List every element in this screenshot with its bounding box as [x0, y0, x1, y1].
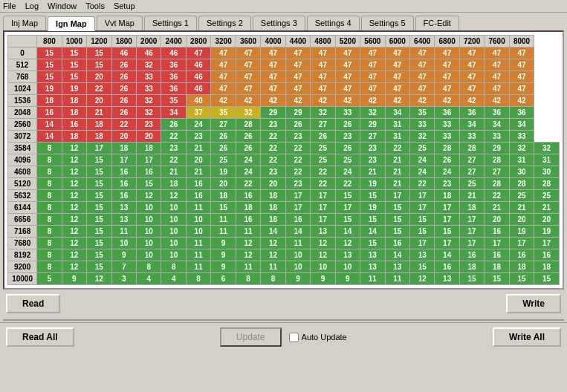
table-cell[interactable]: 32 — [360, 107, 385, 119]
tab-settings4[interactable]: Settings 4 — [307, 16, 360, 30]
table-cell[interactable]: 7 — [111, 261, 136, 273]
table-cell[interactable]: 13 — [335, 249, 360, 261]
table-cell[interactable]: 18 — [111, 143, 136, 154]
table-cell[interactable]: 22 — [111, 119, 136, 131]
table-cell[interactable]: 21 — [385, 154, 409, 166]
table-cell[interactable]: 47 — [485, 83, 509, 95]
table-cell[interactable]: 17 — [285, 190, 310, 202]
table-cell[interactable]: 42 — [485, 95, 509, 107]
table-cell[interactable]: 33 — [435, 131, 459, 143]
table-cell[interactable]: 26 — [311, 131, 335, 143]
table-cell[interactable]: 22 — [161, 131, 186, 143]
table-cell[interactable]: 42 — [335, 95, 360, 107]
table-cell[interactable]: 47 — [385, 71, 409, 83]
table-cell[interactable]: 12 — [261, 249, 285, 261]
table-cell[interactable]: 22 — [311, 178, 335, 190]
table-cell[interactable]: 15 — [385, 202, 409, 214]
table-cell[interactable]: 21 — [385, 166, 409, 178]
table-cell[interactable]: 12 — [87, 273, 111, 285]
table-cell[interactable]: 36 — [509, 107, 534, 119]
table-cell[interactable]: 18 — [62, 131, 86, 143]
table-cell[interactable]: 32 — [311, 107, 335, 119]
table-cell[interactable]: 10 — [137, 238, 161, 249]
table-cell[interactable]: 18 — [37, 95, 62, 107]
table-cell[interactable]: 42 — [410, 95, 435, 107]
table-cell[interactable]: 23 — [186, 131, 210, 143]
table-cell[interactable]: 18 — [87, 131, 111, 143]
table-cell[interactable]: 9 — [285, 273, 310, 285]
write-button[interactable]: Write — [506, 294, 561, 313]
table-cell[interactable]: 18 — [62, 95, 86, 107]
table-cell[interactable]: 47 — [410, 71, 435, 83]
table-cell[interactable]: 47 — [261, 59, 285, 71]
table-cell[interactable]: 26 — [111, 59, 136, 71]
table-cell[interactable]: 42 — [459, 95, 484, 107]
table-cell[interactable]: 9 — [211, 249, 236, 261]
table-cell[interactable]: 8 — [37, 154, 62, 166]
table-cell[interactable]: 47 — [459, 83, 484, 95]
table-cell[interactable]: 24 — [335, 166, 360, 178]
table-cell[interactable]: 47 — [236, 59, 260, 71]
table-cell[interactable]: 15 — [87, 226, 111, 238]
table-cell[interactable]: 15 — [459, 273, 484, 285]
table-cell[interactable]: 17 — [534, 238, 560, 249]
table-cell[interactable]: 12 — [62, 166, 86, 178]
table-cell[interactable]: 31 — [385, 119, 409, 131]
table-cell[interactable]: 47 — [211, 71, 236, 83]
table-cell[interactable]: 14 — [385, 249, 409, 261]
table-cell[interactable]: 17 — [509, 238, 534, 249]
table-cell[interactable]: 46 — [186, 83, 210, 95]
table-cell[interactable]: 16 — [385, 238, 409, 249]
table-cell[interactable]: 25 — [509, 190, 534, 202]
table-cell[interactable]: 15 — [385, 214, 409, 226]
table-cell[interactable]: 18 — [137, 143, 161, 154]
table-cell[interactable]: 15 — [410, 226, 435, 238]
table-cell[interactable]: 5 — [37, 273, 62, 285]
table-cell[interactable]: 46 — [186, 71, 210, 83]
table-cell[interactable]: 22 — [285, 154, 310, 166]
table-cell[interactable]: 47 — [335, 48, 360, 59]
table-cell[interactable]: 10 — [137, 249, 161, 261]
table-cell[interactable]: 12 — [410, 273, 435, 285]
table-cell[interactable]: 23 — [285, 178, 310, 190]
table-cell[interactable]: 27 — [459, 154, 484, 166]
table-cell[interactable]: 15 — [87, 202, 111, 214]
table-cell[interactable]: 12 — [62, 249, 86, 261]
table-cell[interactable]: 26 — [335, 119, 360, 131]
table-cell[interactable]: 46 — [186, 59, 210, 71]
table-cell[interactable]: 20 — [485, 214, 509, 226]
table-cell[interactable]: 28 — [534, 178, 560, 190]
table-cell[interactable]: 47 — [335, 71, 360, 83]
table-cell[interactable]: 16 — [111, 178, 136, 190]
table-cell[interactable]: 10 — [186, 226, 210, 238]
table-cell[interactable]: 18 — [459, 202, 484, 214]
table-cell[interactable]: 12 — [62, 226, 86, 238]
table-cell[interactable]: 47 — [261, 48, 285, 59]
table-cell[interactable]: 11 — [186, 249, 210, 261]
table-cell[interactable]: 19 — [211, 166, 236, 178]
table-cell[interactable]: 24 — [236, 166, 260, 178]
table-cell[interactable]: 27 — [360, 131, 385, 143]
table-cell[interactable]: 3 — [111, 273, 136, 285]
table-cell[interactable]: 21 — [186, 166, 210, 178]
table-cell[interactable]: 12 — [311, 249, 335, 261]
table-cell[interactable]: 10 — [161, 214, 186, 226]
table-cell[interactable]: 47 — [509, 71, 534, 83]
table-cell[interactable]: 28 — [435, 143, 459, 154]
table-cell[interactable]: 15 — [435, 226, 459, 238]
table-cell[interactable]: 47 — [236, 71, 260, 83]
table-cell[interactable]: 26 — [211, 131, 236, 143]
table-cell[interactable]: 18 — [62, 107, 86, 119]
table-cell[interactable]: 15 — [335, 214, 360, 226]
table-cell[interactable]: 8 — [186, 273, 210, 285]
table-cell[interactable]: 17 — [111, 154, 136, 166]
table-cell[interactable]: 21 — [161, 166, 186, 178]
auto-update-checkbox[interactable] — [289, 333, 299, 342]
table-cell[interactable]: 17 — [87, 143, 111, 154]
table-cell[interactable]: 10 — [161, 202, 186, 214]
table-cell[interactable]: 11 — [285, 238, 310, 249]
table-cell[interactable]: 15 — [87, 48, 111, 59]
menu-log[interactable]: Log — [25, 1, 39, 10]
table-cell[interactable]: 47 — [385, 59, 409, 71]
table-cell[interactable]: 24 — [410, 154, 435, 166]
